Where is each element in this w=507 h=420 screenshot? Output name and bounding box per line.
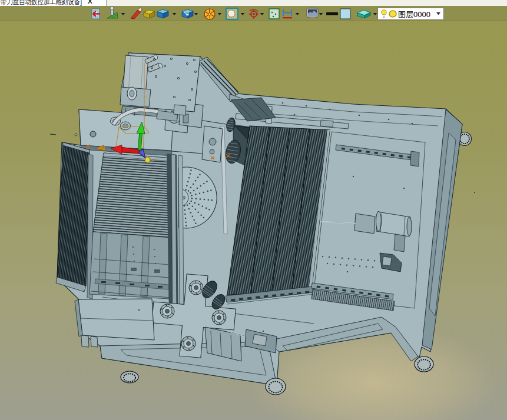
svg-text:图层0000: 图层0000	[398, 10, 430, 19]
